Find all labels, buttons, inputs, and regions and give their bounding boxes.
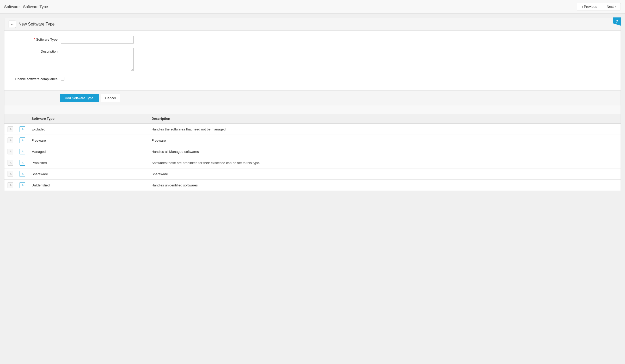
- table-row: ✎ ✎ UnIdentified Handles unidentified so…: [4, 180, 621, 191]
- type-cell: Shareware: [28, 168, 148, 180]
- table-row: ✎ ✎ Prohibited Softwares those are prohi…: [4, 157, 621, 168]
- description-cell: Freeware: [148, 135, 621, 146]
- help-icon: ?: [616, 19, 618, 24]
- table-row: ✎ ✎ Managed Handles all Managed software…: [4, 146, 621, 157]
- header-bar: Software - Software Type ‹ Previous Next…: [0, 0, 625, 14]
- panel-header: ← New Software Type: [4, 18, 621, 31]
- chevron-left-icon: ‹: [582, 5, 583, 9]
- description-cell: Handles unidentified softwares: [148, 180, 621, 191]
- edit-icon-cell: ✎: [4, 123, 16, 135]
- edit-icon-cell: ✎: [4, 135, 16, 146]
- edit-icon-cell: ✎: [4, 180, 16, 191]
- description-cell: Handles all Managed softwares: [148, 146, 621, 157]
- edit-icon[interactable]: ✎: [8, 137, 13, 143]
- compliance-icon-cell: ✎: [16, 180, 28, 191]
- panel: ? ← New Software Type *Software Type Des…: [4, 18, 621, 191]
- description-row: Description: [9, 48, 616, 71]
- col-actions1: [4, 114, 16, 124]
- arrow-left-icon: ←: [10, 22, 14, 26]
- table-row: ✎ ✎ Excluded Handles the softwares that …: [4, 123, 621, 135]
- edit-icon-cell: ✎: [4, 157, 16, 168]
- back-button[interactable]: ←: [9, 21, 16, 28]
- compliance-icon-cell: ✎: [16, 135, 28, 146]
- edit-icon[interactable]: ✎: [8, 182, 13, 188]
- edit-icon[interactable]: ✎: [8, 160, 13, 166]
- edit-icon-cell: ✎: [4, 146, 16, 157]
- page-title: Software - Software Type: [4, 4, 48, 9]
- cancel-button[interactable]: Cancel: [101, 94, 120, 102]
- compliance-checkbox[interactable]: [61, 77, 64, 80]
- software-type-input[interactable]: [61, 36, 134, 44]
- edit-icon[interactable]: ✎: [8, 149, 13, 154]
- edit-icon-cell: ✎: [4, 168, 16, 180]
- next-button[interactable]: Next ›: [602, 3, 621, 10]
- nav-buttons: ‹ Previous Next ›: [577, 3, 621, 10]
- description-cell: Shareware: [148, 168, 621, 180]
- compliance-icon-cell: ✎: [16, 123, 28, 135]
- software-types-table: Software Type Description ✎ ✎ Excluded H…: [4, 114, 621, 191]
- col-type-header: Software Type: [28, 114, 148, 124]
- compliance-icon-cell: ✎: [16, 168, 28, 180]
- col-desc-header: Description: [148, 114, 621, 124]
- compliance-icon[interactable]: ✎: [20, 137, 25, 143]
- table-header-row: Software Type Description: [4, 114, 621, 124]
- type-cell: Freeware: [28, 135, 148, 146]
- form-actions: Add Software Type Cancel: [4, 91, 621, 105]
- add-software-type-button[interactable]: Add Software Type: [60, 94, 99, 102]
- type-cell: UnIdentified: [28, 180, 148, 191]
- edit-icon[interactable]: ✎: [8, 126, 13, 132]
- required-indicator: *: [34, 37, 35, 41]
- compliance-icon[interactable]: ✎: [20, 126, 25, 132]
- previous-button[interactable]: ‹ Previous: [577, 3, 602, 10]
- table-row: ✎ ✎ Shareware Shareware: [4, 168, 621, 180]
- table-row: ✎ ✎ Freeware Freeware: [4, 135, 621, 146]
- type-cell: Excluded: [28, 123, 148, 135]
- edit-icon[interactable]: ✎: [8, 171, 13, 177]
- compliance-icon[interactable]: ✎: [20, 160, 25, 166]
- form-area: *Software Type Description Enable softwa…: [4, 31, 621, 91]
- compliance-icon-cell: ✎: [16, 157, 28, 168]
- description-input[interactable]: [61, 48, 134, 71]
- software-type-label: *Software Type: [9, 36, 61, 41]
- compliance-icon[interactable]: ✎: [20, 149, 25, 154]
- type-cell: Managed: [28, 146, 148, 157]
- compliance-row: Enable software compliance: [9, 76, 616, 81]
- compliance-icon[interactable]: ✎: [20, 182, 25, 188]
- col-actions2: [16, 114, 28, 124]
- compliance-icon-cell: ✎: [16, 146, 28, 157]
- panel-title: New Software Type: [19, 22, 54, 27]
- chevron-right-icon: ›: [615, 5, 616, 9]
- description-cell: Softwares those are prohibited for their…: [148, 157, 621, 168]
- type-cell: Prohibited: [28, 157, 148, 168]
- software-type-row: *Software Type: [9, 36, 616, 44]
- compliance-label: Enable software compliance: [9, 76, 61, 81]
- table-area: Software Type Description ✎ ✎ Excluded H…: [4, 105, 621, 191]
- main-content: ? ← New Software Type *Software Type Des…: [0, 14, 625, 195]
- compliance-icon[interactable]: ✎: [20, 171, 25, 177]
- description-cell: Handles the softwares that need not be m…: [148, 123, 621, 135]
- table-spacer: [4, 109, 621, 114]
- description-label: Description: [9, 48, 61, 53]
